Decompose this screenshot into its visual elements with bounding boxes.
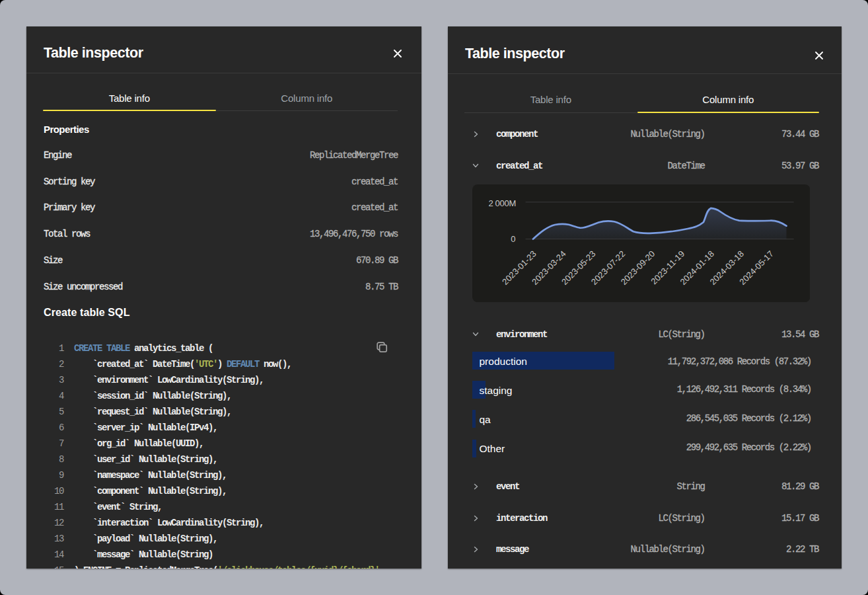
svg-text:2 000M: 2 000M bbox=[488, 198, 516, 208]
svg-text:0: 0 bbox=[511, 233, 515, 243]
